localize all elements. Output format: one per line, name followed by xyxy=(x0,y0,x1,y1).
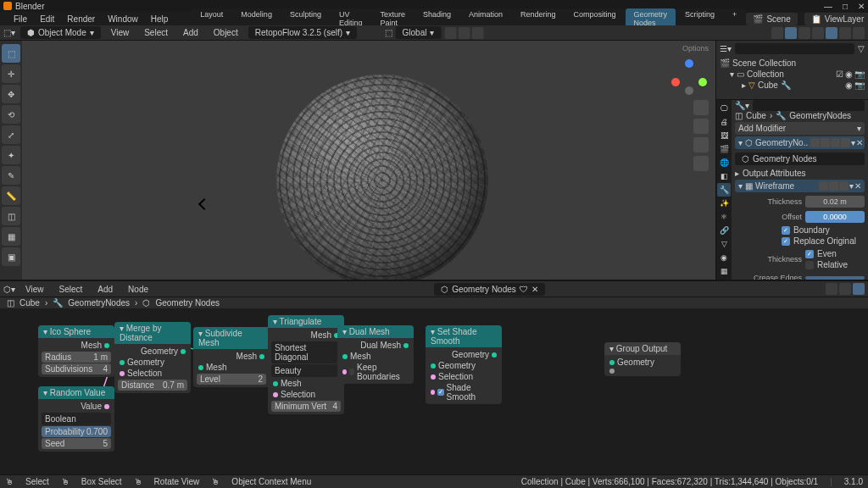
scene-selector[interactable]: 🎬Scene xyxy=(746,13,797,25)
min-verts-field[interactable]: Minimum Vert4 xyxy=(271,401,341,412)
menu-window[interactable]: Window xyxy=(102,13,144,25)
zoom-icon[interactable] xyxy=(693,100,709,115)
ptab-modifiers[interactable]: 🔧 xyxy=(717,183,731,196)
menu-render[interactable]: Render xyxy=(61,13,101,25)
mod-realtime-icon[interactable] xyxy=(831,138,840,147)
tool-extra2[interactable]: ▣ xyxy=(2,247,20,266)
offset-field[interactable]: 0.0000 xyxy=(805,211,865,223)
gizmo-toggle-icon[interactable] xyxy=(771,27,783,39)
shading-render-icon[interactable] xyxy=(853,27,865,39)
relative-checkbox[interactable]: Relative xyxy=(805,259,865,270)
add-modifier-button[interactable]: Add Modifier▾ xyxy=(735,122,865,135)
mod-on-cage-icon[interactable] xyxy=(810,138,820,147)
pin-icon[interactable] xyxy=(826,283,837,295)
addon-dropdown[interactable]: RetopoFlow 3.2.5 (self)▾ xyxy=(248,26,357,39)
rand-type-select[interactable]: Boolean xyxy=(42,413,111,425)
render-icon[interactable]: 📷 xyxy=(854,80,865,90)
window-controls[interactable]: —□✕ xyxy=(824,2,865,11)
ptab-particles[interactable]: ✨ xyxy=(717,197,731,210)
unlink-icon[interactable]: ✕ xyxy=(531,285,538,294)
xray-icon[interactable] xyxy=(798,27,810,39)
ne-node-menu[interactable]: Node xyxy=(123,283,153,296)
eye-icon[interactable]: ◉ xyxy=(845,80,853,90)
node-subdivide-mesh[interactable]: ▾ Subdivide Mesh Mesh Mesh Level2 xyxy=(193,327,270,387)
node-group-output[interactable]: ▾ Group Output Geometry xyxy=(604,342,681,376)
ptab-output[interactable]: 🖨 xyxy=(717,115,731,128)
options-dropdown[interactable]: Options xyxy=(682,44,709,53)
level-field[interactable]: Level2 xyxy=(197,374,266,385)
orientation-icon[interactable]: ⬚ xyxy=(385,28,392,37)
outliner-object-row[interactable]: ▸▽Cube🔧◉📷 xyxy=(720,80,865,91)
modifier-wireframe-header[interactable]: ▾▦Wireframe▾✕ xyxy=(735,180,865,192)
pan-icon[interactable] xyxy=(693,119,709,134)
even-checkbox[interactable]: ✓Even xyxy=(805,248,865,259)
quad-method-select[interactable]: Shortest Diagonal xyxy=(271,341,341,363)
ngon-method-select[interactable]: Beauty xyxy=(271,364,341,377)
ptab-viewlayer[interactable]: 🖼 xyxy=(717,129,731,141)
radius-field[interactable]: Radius1 m xyxy=(42,352,111,363)
ptab-scene[interactable]: 🎬 xyxy=(717,142,731,155)
axis-x[interactable] xyxy=(671,78,680,86)
transform-tool[interactable]: ✦ xyxy=(2,146,20,164)
node-merge-distance[interactable]: ▾ Merge by Distance Geometry Geometry Se… xyxy=(114,322,191,393)
overlay-icon[interactable] xyxy=(853,283,865,295)
ptab-texture[interactable]: ▦ xyxy=(717,265,731,278)
ptab-render[interactable]: 🖵 xyxy=(717,102,731,114)
props-search-input[interactable] xyxy=(753,100,865,111)
snap-icon[interactable] xyxy=(839,283,851,295)
move-tool[interactable]: ✥ xyxy=(2,85,20,103)
axis-y[interactable] xyxy=(698,78,707,86)
rotate-tool[interactable]: ⟲ xyxy=(2,105,20,124)
node-canvas[interactable]: ▾ Ico Sphere Mesh Radius1 m Subdivisions… xyxy=(0,308,868,474)
mod-close-icon[interactable]: ✕ xyxy=(856,138,863,147)
boundary-checkbox[interactable]: ✓Boundary xyxy=(735,225,865,236)
mod-menu-icon[interactable]: ▾ xyxy=(849,181,854,191)
ne-select-menu[interactable]: Select xyxy=(54,283,88,296)
ptab-world[interactable]: 🌐 xyxy=(717,156,731,169)
perspective-icon[interactable] xyxy=(693,156,709,171)
object-menu[interactable]: Object xyxy=(209,26,243,39)
scale-tool[interactable]: ⤢ xyxy=(2,125,20,144)
outliner-search-input[interactable] xyxy=(735,43,854,54)
outliner-type-icon[interactable]: ☰▾ xyxy=(720,44,732,53)
camera-view-icon[interactable] xyxy=(693,137,709,152)
mod-close-icon[interactable]: ✕ xyxy=(854,181,861,191)
pivot-icon[interactable] xyxy=(471,27,483,39)
mod-render-icon[interactable] xyxy=(841,138,850,147)
shading-solid-icon[interactable] xyxy=(826,27,837,39)
mode-selector[interactable]: ⬢Object Mode▾ xyxy=(20,26,101,39)
add-menu[interactable]: Add xyxy=(178,26,203,39)
shading-wire-icon[interactable] xyxy=(812,27,824,39)
shading-matprev-icon[interactable] xyxy=(839,27,851,39)
outliner-collection-row[interactable]: ▾▭Collection☑◉📷 xyxy=(720,69,865,80)
nodegroup-selector[interactable]: ⬡Geometry Nodes xyxy=(735,152,865,165)
ptab-constraints[interactable]: 🔗 xyxy=(717,225,731,237)
node-random-value[interactable]: ▾ Random Value Value Boolean Probability… xyxy=(38,386,114,452)
mod-menu-icon[interactable]: ▾ xyxy=(851,138,855,147)
node-ico-sphere[interactable]: ▾ Ico Sphere Mesh Radius1 m Subdivisions… xyxy=(38,325,114,377)
mod-edit-icon[interactable] xyxy=(821,138,830,147)
axis-z[interactable] xyxy=(685,59,693,68)
shade-smooth-checkbox[interactable]: ✓Shade Smooth xyxy=(429,382,498,402)
snap-icon[interactable] xyxy=(444,27,456,39)
3d-viewport[interactable]: Options xyxy=(22,41,715,280)
replace-checkbox[interactable]: ✓Replace Original xyxy=(735,236,865,247)
outliner-scene-row[interactable]: 🎬Scene Collection xyxy=(720,58,865,69)
fake-user-icon[interactable]: 🛡 xyxy=(520,285,528,294)
distance-field[interactable]: Distance0.7 m xyxy=(118,380,187,391)
editor-type-icon[interactable]: ⬡▾ xyxy=(3,285,15,294)
probability-field[interactable]: Probability0.700 xyxy=(42,426,111,437)
overlay-toggle-icon[interactable] xyxy=(785,27,797,39)
orientation-selector[interactable]: Global▾ xyxy=(396,26,442,39)
mod-edit-icon[interactable] xyxy=(819,181,828,191)
select-menu[interactable]: Select xyxy=(139,26,173,39)
add-cube-tool[interactable]: ◫ xyxy=(2,207,20,225)
output-attrs-toggle[interactable]: ▸Output Attributes xyxy=(735,167,865,180)
exclude-icon[interactable]: ☑ xyxy=(836,69,843,79)
modifier-geonodes-header[interactable]: ▾⬡GeometryNo..▾✕ xyxy=(735,136,865,149)
measure-tool[interactable]: 📏 xyxy=(2,186,20,205)
eye-icon[interactable]: ◉ xyxy=(845,69,853,79)
ne-view-menu[interactable]: View xyxy=(20,283,49,296)
ne-add-menu[interactable]: Add xyxy=(92,283,118,296)
axis-neg-z[interactable] xyxy=(685,86,693,95)
